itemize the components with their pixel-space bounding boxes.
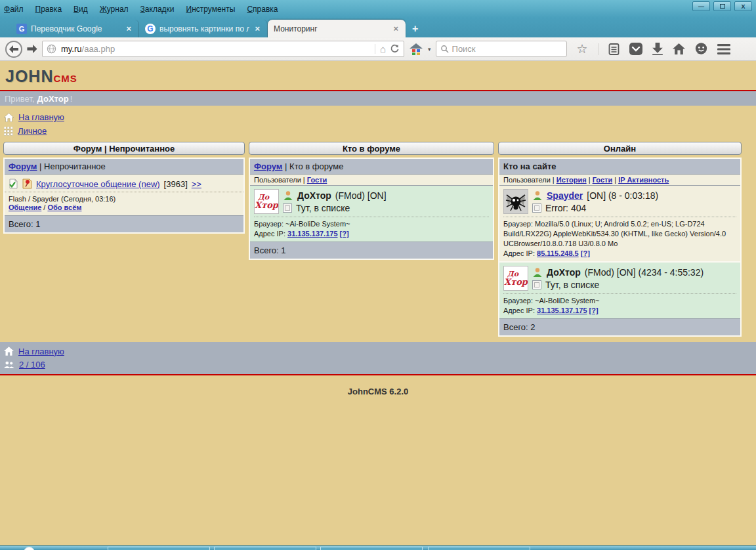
url-bar[interactable]: my.ru/aaa.php ⌂ [42, 41, 404, 57]
online-counter-link[interactable]: 2 / 106 [19, 360, 45, 370]
total-count: Всего: 1 [5, 215, 243, 232]
taskbar-button[interactable] [320, 547, 423, 550]
guests-link[interactable]: Гости [307, 176, 327, 184]
logo-john-text: JOHN [5, 67, 53, 85]
ip-link[interactable]: 31.135.137.175 [537, 307, 587, 314]
back-arrow-icon [9, 45, 18, 53]
taskbar-button[interactable] [214, 547, 316, 550]
colored-home-button[interactable] [409, 43, 423, 56]
search-input[interactable] [452, 44, 551, 54]
document-check-icon [9, 179, 18, 189]
forum-link[interactable]: Форум [9, 161, 37, 171]
spider-image [504, 190, 528, 213]
grid-icon [4, 127, 13, 136]
ip-help-link[interactable]: [?] [581, 249, 590, 257]
site-logo: JOHNCMS [0, 61, 756, 90]
tab-close-icon[interactable]: × [253, 24, 261, 33]
restore-icon [720, 4, 725, 9]
menu-tools[interactable]: Инструменты [186, 5, 236, 14]
home-icon [4, 347, 14, 356]
ip-activity-link[interactable]: IP Активность [618, 176, 669, 184]
tab-close-icon[interactable]: × [392, 24, 400, 33]
menu-history[interactable]: Журнал [100, 5, 129, 14]
home-icon [4, 113, 14, 122]
history-link[interactable]: История [556, 176, 587, 184]
topic-meta: Flash / Spayder (Сегодня, 03:16) [5, 192, 243, 203]
forward-button[interactable] [27, 45, 37, 53]
tab-google-search[interactable]: G выровнять картинки по ле... × [139, 20, 268, 37]
search-icon [440, 45, 449, 53]
google-translate-favicon: G [16, 24, 27, 34]
url-text[interactable]: my.ru/aaa.php [61, 44, 370, 54]
topic-count: [3963] [164, 179, 188, 189]
menu-help[interactable]: Справка [247, 5, 278, 14]
column-online: Онлайн Кто на сайте Пользователи | Истор… [498, 142, 742, 337]
greeting-username: ДоХтор [37, 94, 69, 104]
user-browser: Браузер: ~Ai-BoliDe System~ [503, 296, 736, 306]
ip-link[interactable]: 85.115.248.5 [537, 249, 579, 257]
tab-bar: G Переводчик Google × G выровнять картин… [0, 18, 756, 37]
topic-categories: Общение / Обо всём [5, 203, 243, 215]
user-browser: Браузер: Mozilla/5.0 (Linux; U; Android … [503, 219, 736, 249]
reload-button[interactable] [390, 44, 400, 54]
guests-link[interactable]: Гости [593, 176, 613, 184]
greeting-bar: Привет,ДоХтор! [0, 91, 756, 106]
ip-help-link[interactable]: [?] [589, 307, 598, 314]
toolbar-separator [598, 43, 598, 55]
column-title: Форум | Непрочитанное [3, 142, 245, 155]
ip-link[interactable]: 31.135.137.175 [287, 230, 337, 238]
tab-google-translate[interactable]: G Переводчик Google × [10, 20, 139, 37]
user-card-dohtor: До Хтор ДоХтор (FMod) [ON] (4234 - 4:55:… [499, 263, 740, 318]
divider-line [0, 374, 756, 375]
column-title: Онлайн [498, 142, 742, 155]
bookmark-home-icon[interactable]: ⌂ [380, 44, 386, 54]
tab-close-icon[interactable]: × [125, 24, 133, 33]
pocket-icon[interactable] [629, 43, 642, 55]
new-tab-button[interactable]: + [406, 23, 425, 37]
menu-edit[interactable]: Правка [35, 5, 62, 14]
topic-more-link[interactable]: >> [192, 179, 201, 189]
filter-row: Пользователи | История | Гости | IP Акти… [499, 175, 740, 186]
menu-view[interactable]: Вид [74, 5, 88, 14]
menu-bar: Файл Правка Вид Журнал Закладки Инструме… [0, 0, 756, 18]
search-box[interactable] [436, 41, 567, 57]
tab-monitoring-active[interactable]: Мониторинг × [268, 20, 406, 37]
back-button[interactable] [5, 41, 22, 58]
home-icon[interactable] [673, 43, 685, 54]
forum-subheader: Форум | Кто в форуме [250, 159, 493, 175]
footer-home-link[interactable]: На главную [18, 347, 64, 356]
user-card-dohtor: До Хтор ДоХтор (FMod) [ON] Ту [250, 186, 493, 242]
category-link[interactable]: Общение [9, 203, 41, 211]
taskbar-button[interactable] [108, 547, 210, 550]
tab-title: Переводчик Google [31, 24, 121, 33]
avatar: До Хтор [254, 189, 279, 214]
ip-help-link[interactable]: [?] [340, 230, 349, 238]
minimize-button[interactable]: — [692, 1, 710, 11]
bookmarks-panel-icon[interactable] [608, 43, 620, 55]
taskbar-button[interactable] [428, 547, 530, 550]
start-button[interactable] [24, 547, 35, 550]
user-status: Тут, в списке [296, 203, 350, 213]
close-button[interactable]: X [734, 1, 752, 11]
cms-version: JohnCMS 6.2.0 [0, 387, 756, 396]
menu-file[interactable]: Файл [4, 5, 24, 14]
category-link[interactable]: Обо всём [47, 203, 81, 211]
menu-bookmarks[interactable]: Закладки [140, 5, 175, 14]
user-browser: Браузер: ~Ai-BoliDe System~ [254, 219, 489, 229]
username-link[interactable]: Spayder [547, 190, 583, 201]
topic-row: Круглосуточное общение (new) [3963] >> [5, 175, 243, 192]
forum-link[interactable]: Форум [254, 161, 282, 171]
topic-link[interactable]: Круглосуточное общение (new) [36, 179, 160, 189]
user-icon [532, 190, 543, 201]
restore-button[interactable] [713, 1, 731, 11]
link-personal[interactable]: Личное [18, 126, 47, 136]
link-home[interactable]: На главную [18, 112, 64, 122]
browser-window: Файл Правка Вид Журнал Закладки Инструме… [0, 0, 756, 550]
bookmark-star-icon[interactable]: ☆ [577, 43, 588, 55]
page-footer: На главную 2 / 106 [0, 342, 756, 374]
hamburger-menu-icon[interactable] [717, 44, 730, 54]
chevron-down-icon[interactable]: ▾ [428, 46, 431, 53]
username: ДоХтор [297, 190, 331, 201]
download-icon[interactable] [652, 43, 663, 55]
hello-smiley-icon[interactable] [695, 43, 707, 55]
